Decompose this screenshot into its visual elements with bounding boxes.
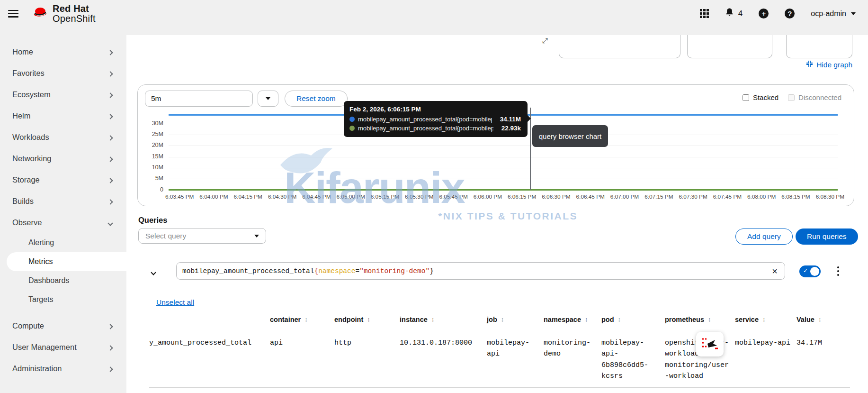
y-tick-label: 25M (140, 131, 163, 137)
cell-value: 34.17M (796, 323, 864, 382)
cell-pod: mobilepay-api-6b898c6dd5-kcsrs (601, 323, 660, 382)
sidebar-item-targets[interactable]: Targets (0, 290, 126, 309)
chevron-right-icon (108, 69, 112, 78)
cell-endpoint: http (334, 323, 395, 382)
x-tick-label: 6:06:45 PM (576, 193, 605, 200)
x-tick-label: 6:06:00 PM (474, 193, 502, 200)
y-tick-label: 30M (140, 120, 163, 127)
add-query-button[interactable]: Add query (735, 228, 793, 245)
sidebar-item-compute[interactable]: Compute (0, 315, 126, 337)
redhat-openshift-logo[interactable]: Red Hat OpenShift (32, 4, 96, 23)
x-tick-label: 6:05:00 PM (336, 193, 365, 200)
x-tick-label: 6:04:00 PM (199, 193, 228, 200)
x-tick-label: 6:08:00 PM (747, 193, 776, 200)
sidebar-item-builds[interactable]: Builds (0, 191, 126, 212)
screen-share-indicator-icon[interactable] (696, 332, 724, 356)
table-header-value[interactable]: Value ↕ (796, 314, 864, 323)
kebab-menu-icon[interactable] (833, 264, 843, 278)
sort-icon: ↕ (762, 316, 766, 323)
toggle-knob (810, 267, 819, 276)
cell-instance: 10.131.0.187:8000 (400, 323, 482, 382)
table-header-namespace[interactable]: namespace ↕ (544, 314, 597, 323)
x-tick-label: 6:03:45 PM (165, 193, 194, 200)
sidebar-item-helm[interactable]: Helm (0, 105, 126, 127)
sidebar-item-administration[interactable]: Administration (0, 358, 126, 379)
sidebar-item-user-management[interactable]: User Management (0, 337, 126, 358)
sort-icon: ↕ (431, 316, 435, 323)
brand-text: Red Hat OpenShift (53, 4, 96, 23)
sidebar-item-observe[interactable]: Observe (0, 212, 126, 233)
partial-toolbar-input-2[interactable] (687, 35, 772, 58)
sort-icon: ↕ (818, 316, 822, 323)
hamburger-menu-icon[interactable] (8, 10, 18, 18)
x-tick-label: 6:04:30 PM (268, 193, 296, 200)
y-tick-label: 20M (140, 142, 163, 148)
table-header-endpoint[interactable]: endpoint ↕ (334, 314, 395, 323)
run-queries-button[interactable]: Run queries (796, 228, 858, 245)
query-expander-toggle[interactable] (152, 268, 155, 276)
x-tick-label: 6:04:45 PM (302, 193, 331, 200)
series-line-green (169, 189, 838, 191)
promql-query-input[interactable]: mobilepay_amount_processed_total{namespa… (176, 262, 785, 280)
expand-arrows-icon[interactable]: ⤢ (542, 37, 548, 45)
sort-icon: ↕ (585, 316, 588, 323)
notification-count: 4 (738, 9, 743, 18)
chevron-right-icon (108, 175, 112, 184)
x-tick-label: 6:06:15 PM (508, 193, 536, 200)
cell-series-name: y_amount_processed_total (149, 323, 265, 382)
table-header-prometheus[interactable]: prometheus ↕ (665, 314, 730, 323)
clear-query-icon[interactable]: × (769, 265, 780, 277)
scrolled-header-strip (126, 27, 868, 35)
bell-icon (725, 8, 734, 19)
help-icon[interactable]: ? (785, 9, 795, 18)
table-header-pod[interactable]: pod ↕ (601, 314, 660, 323)
masthead: Red Hat OpenShift 4 + ? ocp-admin (0, 0, 868, 27)
unselect-all-link[interactable]: Unselect all (156, 298, 194, 307)
table-header-service[interactable]: service ↕ (735, 314, 792, 323)
select-query-dropdown[interactable]: Select query (138, 228, 266, 244)
series-color-dot-blue (349, 117, 355, 122)
x-tick-label: 6:05:15 PM (371, 193, 399, 200)
sidebar-item-networking[interactable]: Networking (0, 148, 126, 169)
partial-toolbar-input-1[interactable] (559, 35, 680, 58)
chevron-down-icon (108, 218, 112, 227)
table-header-instance[interactable]: instance ↕ (400, 314, 482, 323)
table-header-job[interactable]: job ↕ (487, 314, 539, 323)
sidebar-item-home[interactable]: Home (0, 41, 126, 63)
chevron-right-icon (108, 321, 112, 330)
user-menu[interactable]: ocp-admin (811, 9, 856, 18)
tooltip-series-row: mobilepay_amount_processed_total{pod=mob… (349, 125, 521, 132)
openshift-console: Red Hat OpenShift 4 + ? ocp-admin (0, 0, 868, 393)
sort-icon: ↕ (501, 316, 504, 323)
table-header-container[interactable]: container ↕ (270, 314, 330, 323)
add-icon[interactable]: + (759, 9, 769, 18)
x-tick-label: 6:08:15 PM (781, 193, 810, 200)
username: ocp-admin (811, 9, 846, 18)
caret-down-icon (254, 235, 259, 238)
sidebar-item-metrics[interactable]: Metrics (7, 252, 126, 271)
x-tick-label: 6:08:30 PM (816, 193, 844, 200)
query-enabled-toggle[interactable]: ✓ (799, 265, 821, 277)
sidebar-item-alerting[interactable]: Alerting (0, 233, 126, 252)
sidebar-item-ecosystem[interactable]: Ecosystem (0, 84, 126, 105)
hide-graph-link[interactable]: Hide graph (806, 60, 852, 69)
partial-toolbar-input-3[interactable] (786, 35, 852, 58)
sort-icon: ↕ (367, 316, 370, 323)
sidebar-item-dashboards[interactable]: Dashboards (0, 271, 126, 290)
sidebar-item-workloads[interactable]: Workloads (0, 127, 126, 148)
sidebar-nav: Home Favorites Ecosystem Helm Workloads … (0, 27, 126, 393)
chevron-right-icon (108, 343, 112, 352)
gridline (169, 157, 838, 157)
notifications-button[interactable]: 4 (725, 8, 743, 19)
main-content: ⤢ Hide graph Reset zoom Stacked (126, 27, 868, 393)
chevron-right-icon (108, 133, 112, 142)
masthead-toolbar: 4 + ? ocp-admin (700, 8, 856, 19)
chart-tooltip: Feb 2, 2026, 6:06:15 PM mobilepay_amount… (344, 101, 528, 137)
sidebar-item-storage[interactable]: Storage (0, 169, 126, 191)
query-browser-card: Reset zoom Stacked Disconnected (137, 84, 854, 206)
sidebar-item-favorites[interactable]: Favorites (0, 63, 126, 84)
cell-service: mobilepay-api (735, 323, 792, 382)
y-tick-label: 15M (140, 153, 163, 160)
compress-icon (806, 60, 813, 69)
app-launcher-icon[interactable] (700, 9, 709, 18)
